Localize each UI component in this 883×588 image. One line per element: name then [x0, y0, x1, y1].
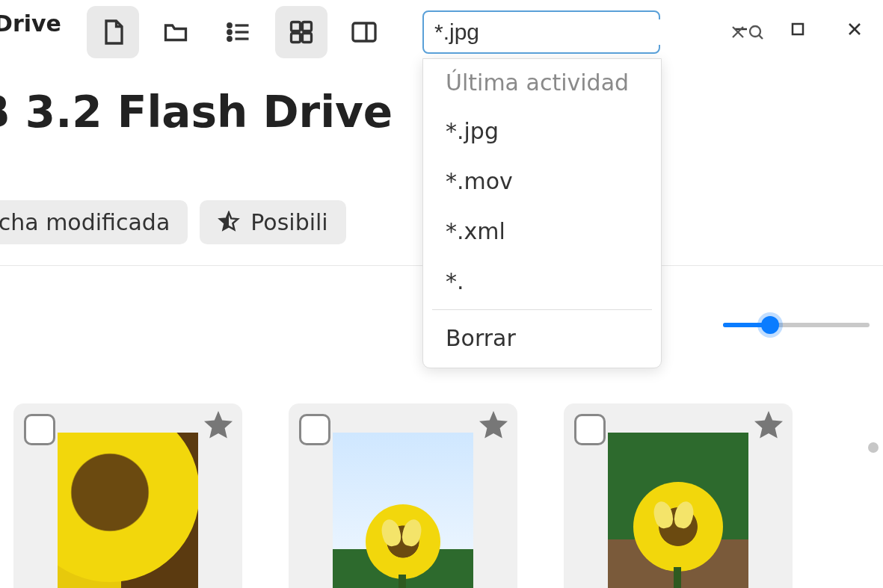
thumbnail-image [58, 433, 198, 588]
star-icon [476, 408, 511, 444]
thumbnail-size-slider[interactable] [723, 323, 870, 327]
search-submit-button[interactable] [747, 16, 765, 49]
filter-chip-date[interactable]: Fecha modificada [0, 200, 188, 244]
svg-point-1 [228, 31, 232, 34]
dropdown-separator [432, 309, 652, 310]
select-checkbox[interactable] [24, 414, 55, 445]
close-icon [729, 23, 747, 41]
thumbnail-image [333, 433, 473, 588]
filter-chip-starred[interactable]: Posibili [200, 200, 345, 244]
slider-track [723, 323, 870, 327]
star-half-icon [218, 211, 240, 233]
titlebar: Drive [0, 0, 883, 58]
search-clear-button[interactable] [729, 16, 747, 49]
dropdown-item[interactable]: *.jpg [423, 106, 661, 156]
file-card[interactable] [13, 403, 242, 588]
thumbnail-grid [13, 403, 853, 588]
slider-thumb[interactable] [761, 316, 779, 334]
list-icon [225, 19, 252, 46]
search-history-dropdown: Última actividad *.jpg *.mov *.xml *. Bo… [422, 58, 662, 368]
view-mode-split[interactable] [338, 6, 390, 58]
folder-icon [162, 19, 189, 46]
dropdown-clear[interactable]: Borrar [423, 313, 661, 363]
favorite-toggle[interactable] [476, 408, 511, 447]
chip-label: Fecha modificada [0, 209, 170, 235]
svg-rect-8 [292, 34, 301, 43]
star-icon [751, 408, 787, 444]
svg-rect-6 [292, 22, 301, 31]
view-mode-document[interactable] [87, 6, 139, 58]
dropdown-item[interactable]: *.mov [423, 156, 661, 206]
document-icon [99, 19, 126, 46]
file-card[interactable] [289, 403, 517, 588]
scrollbar-thumb[interactable] [868, 442, 879, 453]
star-icon [200, 408, 236, 444]
svg-point-2 [228, 37, 232, 41]
svg-point-14 [750, 26, 760, 37]
file-card[interactable] [564, 403, 793, 588]
favorite-toggle[interactable] [751, 408, 787, 447]
view-mode-list[interactable] [212, 6, 265, 58]
slider-fill [723, 323, 764, 327]
dropdown-header: Última actividad [423, 66, 661, 106]
dropdown-item[interactable]: *.xml [423, 206, 661, 256]
window-maximize-button[interactable] [769, 0, 826, 58]
split-view-icon [351, 19, 378, 46]
view-mode-group [87, 6, 390, 58]
thumbnail-image [608, 433, 748, 588]
close-icon [846, 20, 864, 38]
chip-label: Posibili [250, 209, 327, 235]
select-checkbox[interactable] [574, 414, 606, 445]
svg-rect-17 [793, 24, 803, 34]
search-input[interactable] [424, 19, 729, 45]
favorite-toggle[interactable] [200, 408, 236, 447]
svg-rect-7 [303, 22, 312, 31]
search-field[interactable] [422, 10, 660, 54]
svg-line-15 [759, 35, 763, 39]
select-checkbox[interactable] [299, 414, 330, 445]
app-name: Drive [0, 10, 61, 37]
svg-point-0 [228, 24, 232, 28]
svg-rect-9 [303, 34, 312, 43]
search-icon [747, 23, 765, 41]
dropdown-item[interactable]: *. [423, 256, 661, 306]
maximize-icon [789, 20, 807, 38]
svg-rect-10 [353, 23, 375, 41]
window-close-button[interactable] [826, 0, 883, 58]
grid-icon [288, 19, 315, 46]
view-mode-grid[interactable] [275, 6, 327, 58]
view-mode-folder[interactable] [150, 6, 202, 58]
